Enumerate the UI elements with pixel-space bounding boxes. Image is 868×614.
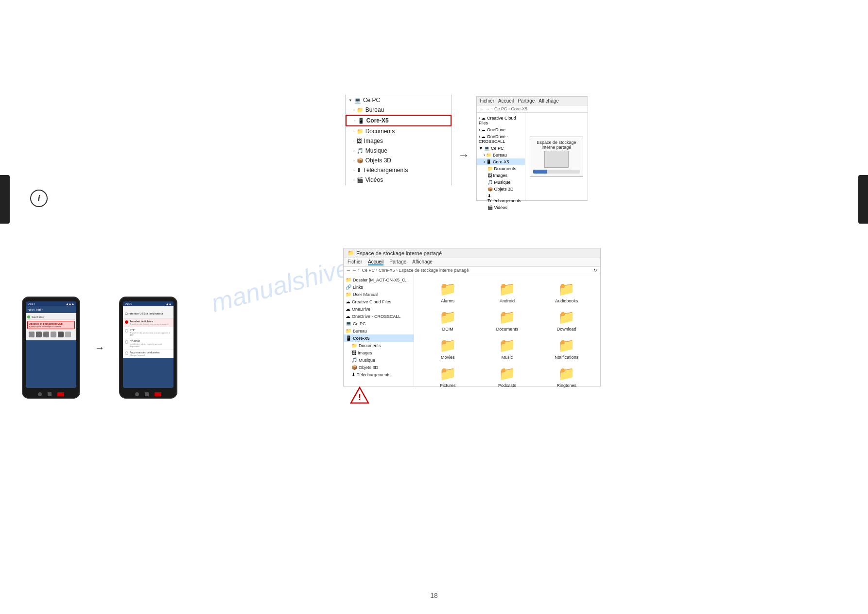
top-right-explorer: Fichier Accueil Partage Affichage ← → ↑ … bbox=[476, 96, 588, 201]
radio-inactive-3 bbox=[125, 351, 128, 355]
left-tree-bottom: 📁 Dossier [M_ACT-ON-X5_C... 🔗 Links 📁 Us… bbox=[344, 274, 414, 386]
folder-icon-alarms: 📁 bbox=[439, 281, 456, 297]
phone-device-2: 00:00 ▲▲ Connexion USB à l'ordinateur Tr… bbox=[119, 297, 177, 399]
folder-notifications[interactable]: 📁 Notifications bbox=[537, 334, 596, 363]
tree-item-corex5[interactable]: › 📱 Core-X5 bbox=[346, 115, 451, 126]
tree-musique2[interactable]: 🎵 Musique bbox=[477, 179, 525, 186]
tree-corex5-b[interactable]: 📱 Core-X5 bbox=[344, 334, 414, 342]
folder-dcim[interactable]: 📁 DCIM bbox=[418, 306, 477, 334]
folder-pictures[interactable]: 📁 Pictures bbox=[418, 363, 477, 391]
3d-icon: 📦 bbox=[357, 158, 364, 164]
phone-content-1: Saut Fichier Appareil en chargement USB … bbox=[26, 313, 76, 340]
phone-screen-2: 00:00 ▲▲ Connexion USB à l'ordinateur Tr… bbox=[123, 301, 174, 388]
tree-onedrive-b[interactable]: ☁ OneDrive bbox=[344, 305, 414, 313]
folder-podcasts[interactable]: 📁 Podcasts bbox=[477, 363, 537, 391]
option-no-transfer[interactable]: Aucun transfert de données Charger l'app… bbox=[123, 350, 174, 358]
phone-device-1: 00:14 ▲▲▲ New Folder Saut Fichier Appare… bbox=[22, 297, 80, 399]
explorer-content: 📁 Dossier [M_ACT-ON-X5_C... 🔗 Links 📁 Us… bbox=[344, 274, 600, 386]
tree-cepc2[interactable]: ▼ 💻 Ce PC bbox=[477, 145, 525, 152]
tree-item-bureau[interactable]: › 📁 Bureau bbox=[346, 105, 451, 115]
tree-objets-b[interactable]: 📦 Objets 3D bbox=[344, 364, 414, 371]
tree-objets3d-2[interactable]: 📦 Objets 3D bbox=[477, 186, 525, 193]
menu-accueil-b[interactable]: Accueil bbox=[368, 259, 383, 265]
tree-user-manual[interactable]: 📁 User Manual bbox=[344, 291, 414, 298]
tree-documents2[interactable]: 📁 Documents bbox=[477, 165, 525, 172]
tree-corex5-2[interactable]: › 📱 Core-X5 bbox=[477, 158, 525, 165]
tree-cepc-b[interactable]: 💻 Ce PC bbox=[344, 320, 414, 327]
refresh-icon[interactable]: ↻ bbox=[593, 268, 597, 273]
nav-home-2 bbox=[145, 392, 149, 396]
tree-videos2[interactable]: 🎬 Vidéos bbox=[477, 204, 525, 211]
nav-icons: ← → ↑ bbox=[347, 268, 360, 273]
tree-item-musique[interactable]: › 🎵 Musique bbox=[346, 146, 451, 156]
folder-alarms[interactable]: 📁 Alarms bbox=[418, 278, 477, 306]
images-icon: 🖼 bbox=[357, 138, 362, 144]
onedrive-cc-icon: ☁ bbox=[346, 314, 350, 319]
phone-status-bar-1: 00:14 ▲▲▲ bbox=[26, 301, 76, 306]
phone-nav-bar-2 bbox=[120, 391, 176, 398]
nav-logo bbox=[57, 392, 64, 396]
folder-icon-ringtones: 📁 bbox=[558, 366, 575, 382]
tree-item-cepc[interactable]: ▼ 💻 Ce PC bbox=[346, 95, 451, 105]
info-icon: i bbox=[30, 190, 48, 207]
radio-active bbox=[125, 320, 128, 324]
signal-icons: ▲▲▲ bbox=[66, 302, 74, 305]
tree-docs-b[interactable]: 📁 Documents bbox=[344, 342, 414, 349]
menu-affichage[interactable]: Affichage bbox=[538, 98, 559, 104]
tree-item-images[interactable]: › 🖼 Images bbox=[346, 136, 451, 146]
menu-partage[interactable]: Partage bbox=[518, 98, 535, 104]
menu-row-1: Saut Fichier bbox=[27, 315, 75, 320]
tree-creative-cloud-b[interactable]: ☁ Creative Cloud Files bbox=[344, 298, 414, 305]
option-transfert[interactable]: Transfert de fichiers Transférer des fic… bbox=[123, 318, 174, 327]
warning-icon: ! bbox=[350, 386, 369, 407]
folder-icon-audiobooks: 📁 bbox=[558, 281, 575, 297]
tree-telechar2[interactable]: ⬇ Téléchargements bbox=[477, 193, 525, 204]
folder-icon-podcasts: 📁 bbox=[499, 366, 516, 382]
menu-affichage-b[interactable]: Affichage bbox=[412, 259, 433, 265]
tree-item-documents[interactable]: › 📁 Documents bbox=[346, 126, 451, 136]
tree-telechar-b[interactable]: ⬇ Téléchargements bbox=[344, 371, 414, 378]
tree-creative-cloud[interactable]: › ☁ Creative Cloud Files bbox=[477, 115, 525, 126]
bureau-icon: 📁 bbox=[346, 328, 351, 333]
folder-icon-android: 📁 bbox=[499, 281, 516, 297]
tree-bureau-b[interactable]: 📁 Bureau bbox=[344, 327, 414, 334]
menu-fichier[interactable]: Fichier bbox=[480, 98, 494, 104]
tree-bureau2[interactable]: › 📁 Bureau bbox=[477, 152, 525, 158]
top-left-explorer: ▼ 💻 Ce PC › 📁 Bureau › 📱 Core-X5 › 📁 Doc… bbox=[345, 95, 452, 185]
menu-accueil[interactable]: Accueil bbox=[498, 98, 514, 104]
tree-onedrive[interactable]: › ☁ OneDrive bbox=[477, 126, 525, 133]
tree-onedrive-cc-b[interactable]: ☁ OneDrive - CROSSCALL bbox=[344, 313, 414, 320]
nav-back bbox=[38, 392, 42, 396]
menu-fichier-b[interactable]: Fichier bbox=[347, 259, 362, 265]
arrow-icon: › bbox=[354, 119, 356, 123]
folders-grid: 📁 Alarms 📁 Android 📁 Audiobooks 📁 DCIM 📁… bbox=[414, 274, 600, 386]
tree-musique-b[interactable]: 🎵 Musique bbox=[344, 356, 414, 364]
video-icon: 🎬 bbox=[357, 177, 364, 183]
tree-item-telechargements[interactable]: › ⬇ Téléchargements bbox=[346, 165, 451, 175]
menu-partage-b[interactable]: Partage bbox=[389, 259, 406, 265]
arrow-icon: › bbox=[353, 129, 355, 134]
tree-links[interactable]: 🔗 Links bbox=[344, 283, 414, 291]
explorer-menubar: Fichier Accueil Partage Affichage bbox=[344, 258, 600, 267]
tree-item-objets3d[interactable]: › 📦 Objets 3D bbox=[346, 156, 451, 165]
tree-images2[interactable]: 🖼 Images bbox=[477, 172, 525, 179]
folder-movies[interactable]: 📁 Movies bbox=[418, 334, 477, 363]
folder-audiobooks[interactable]: 📁 Audiobooks bbox=[537, 278, 596, 306]
folder-ringtones[interactable]: 📁 Ringtones bbox=[537, 363, 596, 391]
arrow-icon: › bbox=[353, 178, 355, 182]
option-cdrom[interactable]: CD-ROM Installer des pilotes logiciels q… bbox=[123, 338, 174, 350]
tree-onedrive-cc[interactable]: › ☁ OneDrive - CROSSCALL bbox=[477, 133, 525, 145]
tree-images-b[interactable]: 🖼 Images bbox=[344, 349, 414, 356]
folder-documents[interactable]: 📁 Documents bbox=[477, 306, 537, 334]
tree-dossier[interactable]: 📁 Dossier [M_ACT-ON-X5_C... bbox=[344, 276, 414, 283]
tree-item-videos[interactable]: › 🎬 Vidéos bbox=[346, 175, 451, 185]
phone-container: 00:14 ▲▲▲ New Folder Saut Fichier Appare… bbox=[22, 297, 177, 399]
folder-music[interactable]: 📁 Music bbox=[477, 334, 537, 363]
pc-icon: 💻 bbox=[346, 321, 351, 326]
right-bar bbox=[858, 175, 868, 224]
folder-android[interactable]: 📁 Android bbox=[477, 278, 537, 306]
folder-download[interactable]: 📁 Download bbox=[537, 306, 596, 334]
arrow-right-icon: → bbox=[458, 148, 469, 162]
option-ptp[interactable]: PTP Transférer des photos vers un autre … bbox=[123, 327, 174, 338]
icons-grid-1 bbox=[27, 330, 75, 339]
